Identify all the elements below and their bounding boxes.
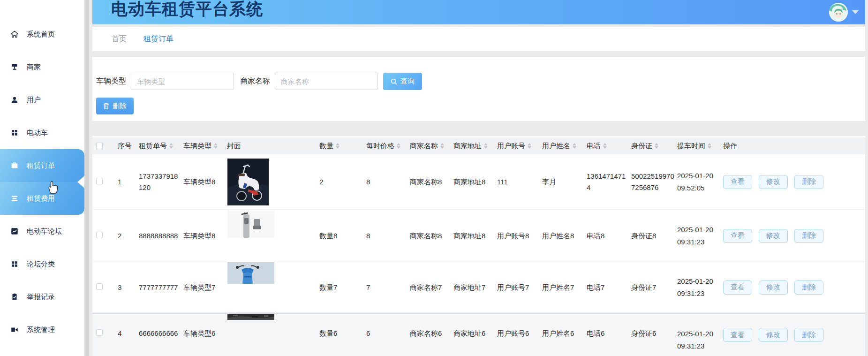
chevron-down-icon[interactable] [852, 10, 859, 14]
rental-admin-page: 系统首页商家用户电动车租赁订单租赁费用电动车论坛论坛分类举报记录系统管理 电动车… [0, 0, 868, 356]
vehicle-type-label: 车辆类型 [96, 76, 126, 86]
sidebar-item-user[interactable]: 用户 [0, 83, 84, 116]
table-header-row: 序号租赁单号车辆类型封面数量每时价格商家名称商家地址用户账号用户姓名电话身份证提… [92, 137, 865, 154]
sort-icon[interactable] [397, 143, 400, 149]
cell-index: 3 [116, 282, 137, 293]
briefcase-icon [10, 161, 19, 170]
column-header-user_account[interactable]: 用户账号 [495, 142, 540, 151]
sort-icon[interactable] [169, 143, 173, 149]
sort-icon[interactable] [214, 143, 218, 149]
search-button[interactable]: 查询 [383, 73, 422, 90]
cell-merchant-name: 商家名称8 [408, 230, 452, 242]
sort-icon[interactable] [655, 143, 658, 149]
sidebar-item-merchant[interactable]: 商家 [0, 51, 84, 83]
cell-order-no: 7777777777 [137, 282, 181, 293]
column-header-phone[interactable]: 电话 [585, 142, 629, 151]
sort-icon[interactable] [484, 143, 488, 149]
view-button[interactable]: 查看 [723, 280, 752, 295]
column-header-id_card[interactable]: 身份证 [629, 142, 675, 151]
view-button[interactable]: 查看 [723, 229, 752, 243]
cell-pickup-time: 2025-01-2009:31:23 [675, 328, 721, 352]
column-header-vehicle_type[interactable]: 车辆类型 [181, 142, 225, 151]
cell-quantity: 数量6 [317, 328, 364, 339]
column-header-actions: 操作 [721, 142, 865, 151]
sidebar-item-rental-fee[interactable]: 租赁费用 [0, 182, 84, 215]
sort-icon[interactable] [528, 143, 531, 149]
column-header-pickup_time[interactable]: 提车时间 [675, 142, 721, 151]
sort-icon[interactable] [573, 143, 576, 149]
delete-button[interactable]: 删除 [794, 229, 823, 243]
sidebar-item-ebike[interactable]: 电动车 [0, 116, 84, 149]
edit-button[interactable]: 修改 [759, 280, 788, 295]
cell-quantity: 数量7 [317, 282, 364, 293]
user-menu[interactable] [829, 3, 859, 22]
vehicle-cover-image [225, 211, 317, 238]
cell-id-card: 身份证8 [629, 230, 675, 242]
edit-button[interactable]: 修改 [759, 175, 788, 189]
grid-icon [10, 129, 19, 137]
row-checkbox[interactable] [96, 178, 103, 184]
table-body: 11737337918120车辆类型828商家名称8商家地址8111李月1361… [92, 154, 865, 356]
sort-icon[interactable] [440, 143, 444, 149]
sort-icon[interactable] [708, 143, 711, 149]
delete-button[interactable]: 删除 [794, 328, 823, 342]
select-all-checkbox[interactable] [96, 143, 103, 149]
column-header-quantity[interactable]: 数量 [317, 142, 364, 151]
column-header-user_name[interactable]: 用户姓名 [540, 142, 585, 151]
search-icon [391, 78, 397, 85]
tab-home[interactable]: 首页 [112, 34, 127, 44]
sidebar-menu: 系统首页商家用户电动车租赁订单租赁费用电动车论坛论坛分类举报记录系统管理 [0, 0, 84, 346]
view-button[interactable]: 查看 [723, 328, 752, 342]
merchant-name-input[interactable] [275, 73, 378, 90]
cell-index: 2 [116, 230, 137, 242]
bulk-delete-button[interactable]: 删除 [96, 98, 134, 114]
sort-icon[interactable] [603, 143, 607, 149]
row-checkbox[interactable] [96, 329, 103, 336]
cell-index: 1 [116, 176, 137, 188]
cell-id-card: 身份证6 [629, 328, 675, 339]
cell-order-no: 1737337918120 [137, 171, 181, 193]
vehicle-cover-image [225, 159, 317, 205]
tab-rental-order[interactable]: 租赁订单 [143, 34, 174, 44]
column-header-merchant_address[interactable]: 商家地址 [452, 142, 495, 151]
cell-hourly-price: 8 [364, 230, 408, 242]
merchant-name-label: 商家名称 [240, 76, 270, 86]
sidebar-item-forum-category[interactable]: 论坛分类 [0, 248, 84, 280]
delete-button[interactable]: 删除 [794, 280, 823, 295]
row-checkbox[interactable] [96, 283, 103, 290]
cell-user-name: 李月 [540, 176, 585, 188]
system-icon [10, 326, 19, 334]
column-header-order_no[interactable]: 租赁单号 [137, 142, 181, 151]
vehicle-type-input[interactable] [131, 73, 234, 90]
shop-icon [10, 63, 19, 71]
cell-hourly-price: 7 [364, 282, 408, 293]
edit-button[interactable]: 修改 [759, 328, 788, 342]
sort-icon[interactable] [336, 143, 340, 149]
column-header-cover: 封面 [225, 142, 317, 151]
sidebar-item-rental-order[interactable]: 租赁订单 [0, 149, 84, 182]
delete-button[interactable]: 删除 [794, 175, 823, 189]
column-header-merchant_name[interactable]: 商家名称 [408, 142, 452, 151]
sidebar-item-label: 电动车 [27, 129, 48, 137]
table-row: 28888888888车辆类型8数量88商家名称8商家地址8用户账号8用户姓名8… [92, 210, 865, 262]
cell-vehicle-type: 车辆类型7 [181, 282, 225, 293]
cell-actions: 查看修改删除 [721, 328, 865, 342]
sidebar-scrollbar-thumb[interactable] [84, 0, 89, 356]
column-header-hourly_price[interactable]: 每时价格 [364, 142, 408, 151]
cell-hourly-price: 8 [364, 176, 408, 188]
edit-button[interactable]: 修改 [759, 229, 788, 243]
cell-vehicle-type: 车辆类型8 [181, 230, 225, 242]
cell-user-name: 用户姓名8 [540, 230, 585, 242]
cell-user-account: 111 [495, 176, 540, 188]
sidebar-item-report-record[interactable]: 举报记录 [0, 280, 84, 313]
sidebar-item-ebike-forum[interactable]: 电动车论坛 [0, 215, 84, 248]
row-checkbox[interactable] [96, 232, 103, 238]
cell-user-account: 用户账号7 [495, 282, 540, 293]
cell-actions: 查看修改删除 [721, 280, 865, 295]
avatar[interactable] [829, 3, 848, 22]
view-button[interactable]: 查看 [723, 175, 752, 189]
sidebar-item-system-manage[interactable]: 系统管理 [0, 313, 84, 346]
sidebar-scrollbar[interactable] [84, 0, 92, 356]
sidebar-item-system-home[interactable]: 系统首页 [0, 18, 84, 51]
cell-id-card: 500225199707256876 [629, 171, 675, 193]
